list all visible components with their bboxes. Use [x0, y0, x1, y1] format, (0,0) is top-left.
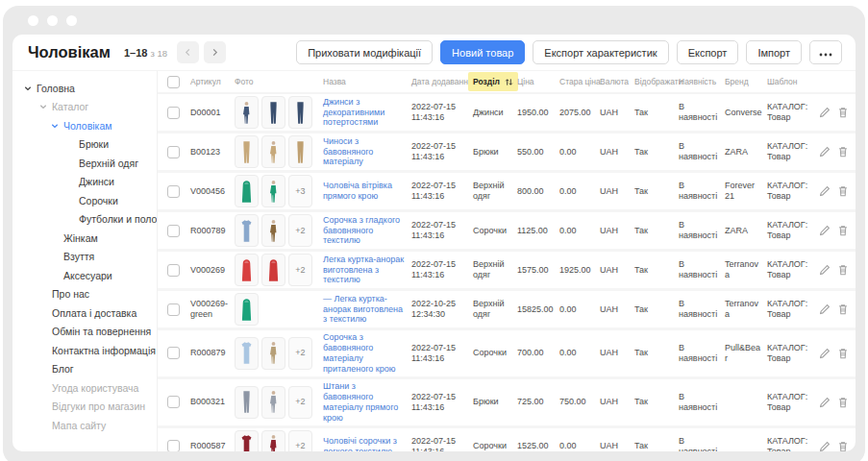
row-checkbox[interactable]	[167, 347, 180, 359]
sidebar-item[interactable]: Контактна інформація	[12, 341, 157, 360]
column-header[interactable]: Бренд	[725, 77, 767, 86]
photo-thumbnail[interactable]	[235, 175, 259, 207]
sidebar-item[interactable]: Каталог	[12, 98, 157, 117]
column-header[interactable]: Стара ціна	[559, 77, 600, 86]
sidebar-item[interactable]: Обмін та повернення	[12, 323, 157, 342]
photo-thumbnail[interactable]	[235, 96, 259, 129]
sidebar-item[interactable]: Відгуки про магазин	[12, 398, 157, 417]
import-button[interactable]: Імпорт	[746, 40, 802, 64]
sidebar-item[interactable]: Про нас	[12, 285, 157, 304]
pagination-prev-button[interactable]	[177, 41, 199, 63]
sidebar-item[interactable]: Сорочки	[12, 191, 157, 210]
sidebar-item[interactable]: Мапа сайту	[12, 416, 157, 435]
photo-thumbnail[interactable]	[235, 293, 259, 326]
edit-button[interactable]	[819, 107, 831, 118]
product-name-link[interactable]: Чиноси з бавовняного матеріалу	[323, 136, 373, 167]
column-header[interactable]: Наявність	[679, 77, 725, 86]
more-photos-badge[interactable]: +2	[288, 337, 312, 370]
column-header[interactable]: Ціна	[517, 77, 559, 86]
more-photos-badge[interactable]: +2	[288, 214, 312, 247]
photo-thumbnail[interactable]	[235, 337, 259, 370]
more-photos-badge[interactable]: +2	[288, 386, 312, 419]
row-checkbox[interactable]	[167, 146, 180, 158]
hide-modifications-button[interactable]: Приховати модифікації	[296, 40, 433, 64]
sidebar-item[interactable]: Чоловікам	[12, 116, 157, 135]
edit-button[interactable]	[819, 264, 831, 276]
photo-thumbnail[interactable]	[288, 96, 312, 129]
row-checkbox[interactable]	[167, 264, 180, 277]
row-checkbox[interactable]	[167, 440, 180, 451]
sidebar-item[interactable]: Верхній одяг	[12, 154, 157, 173]
row-checkbox[interactable]	[167, 185, 180, 198]
photo-thumbnail[interactable]	[235, 254, 259, 286]
column-header[interactable]: Валюта	[600, 77, 634, 86]
photo-thumbnail[interactable]	[261, 254, 285, 286]
sidebar-item[interactable]: Оплата і доставка	[12, 303, 157, 323]
window-control-dot[interactable]	[28, 15, 38, 26]
photo-thumbnail[interactable]	[261, 337, 285, 370]
product-name-link[interactable]: — Легка куртка-анорак виготовлена з текс…	[323, 294, 403, 325]
column-header[interactable]: Фото	[235, 77, 323, 86]
photo-thumbnail[interactable]	[261, 430, 285, 451]
product-name-link[interactable]: Штани з бавовняного матеріалу прямого кр…	[323, 381, 398, 423]
row-checkbox[interactable]	[167, 107, 180, 119]
new-product-button[interactable]: Новий товар	[440, 40, 525, 64]
sidebar-item[interactable]: Головна	[12, 79, 157, 98]
photo-thumbnail[interactable]	[261, 214, 285, 247]
more-photos-badge[interactable]: +2	[288, 254, 312, 286]
sidebar-item[interactable]: Футболки и поло	[12, 210, 157, 230]
photo-thumbnail[interactable]	[261, 386, 285, 419]
photo-thumbnail[interactable]	[261, 175, 285, 207]
photo-thumbnail[interactable]	[261, 96, 285, 129]
product-name-link[interactable]: Легка куртка-анорак виготовлена з тексти…	[323, 255, 404, 285]
photo-thumbnail[interactable]	[235, 386, 259, 419]
edit-button[interactable]	[819, 441, 831, 451]
photo-thumbnail[interactable]	[235, 214, 259, 247]
column-header[interactable]: Дата додавання	[411, 77, 473, 86]
photo-thumbnail[interactable]	[261, 135, 285, 168]
pagination-next-button[interactable]	[204, 41, 226, 63]
edit-button[interactable]	[819, 397, 831, 408]
delete-button[interactable]	[837, 185, 849, 197]
row-checkbox[interactable]	[167, 225, 180, 237]
product-name-link[interactable]: Джинси з декоративними потертостями	[323, 97, 384, 128]
photo-thumbnail[interactable]	[235, 430, 259, 451]
sidebar-item[interactable]: Аксесуари	[12, 266, 157, 285]
edit-button[interactable]	[819, 348, 831, 359]
column-header[interactable]: Шаблон	[767, 77, 819, 86]
window-control-dot[interactable]	[47, 15, 58, 26]
product-name-link[interactable]: Сорочка з бавовняного матеріалу притален…	[323, 332, 395, 374]
sidebar-item[interactable]: Угода користувача	[12, 378, 157, 398]
product-name-link[interactable]: Сорочка з гладкого бавовняного текстилю	[323, 215, 400, 246]
edit-button[interactable]	[819, 146, 831, 158]
column-header[interactable]: Артикул	[190, 77, 235, 86]
delete-button[interactable]	[837, 264, 849, 276]
select-all-checkbox[interactable]	[167, 76, 180, 88]
photo-thumbnail[interactable]	[235, 135, 259, 168]
edit-button[interactable]	[819, 303, 831, 315]
sidebar-item[interactable]: Джинси	[12, 173, 157, 192]
column-header[interactable]: Відображати	[634, 77, 679, 86]
delete-button[interactable]	[837, 107, 849, 118]
sidebar-item[interactable]: Брюки	[12, 135, 157, 155]
delete-button[interactable]	[837, 303, 849, 315]
window-control-dot[interactable]	[66, 15, 77, 26]
row-checkbox[interactable]	[167, 303, 180, 316]
sorted-column-header[interactable]: Розділ	[468, 72, 518, 91]
edit-button[interactable]	[819, 225, 831, 236]
more-photos-badge[interactable]: +2	[288, 430, 312, 451]
delete-button[interactable]	[837, 348, 849, 359]
column-header[interactable]: Назва	[323, 77, 411, 86]
delete-button[interactable]	[837, 146, 849, 158]
sidebar-item[interactable]: Блог	[12, 360, 157, 379]
export-button[interactable]: Експорт	[677, 40, 739, 64]
sidebar-item[interactable]: Взуття	[12, 248, 157, 267]
product-name-link[interactable]: Чоловічі сорочки з легкого текстилю	[323, 436, 397, 451]
product-name-link[interactable]: Чоловіча вітрівка прямого крою	[323, 181, 392, 201]
more-actions-button[interactable]	[809, 40, 842, 64]
delete-button[interactable]	[837, 397, 849, 408]
sidebar-item[interactable]: Жінкам	[12, 229, 157, 248]
row-checkbox[interactable]	[167, 396, 180, 408]
edit-button[interactable]	[819, 185, 831, 197]
column-header[interactable]: Розділ	[473, 72, 517, 91]
